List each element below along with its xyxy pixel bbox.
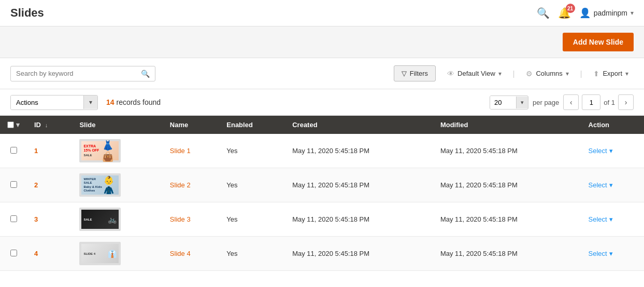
gear-icon: ⚙ (526, 70, 533, 78)
row-checkbox[interactable] (10, 250, 17, 256)
row-created: May 11, 2020 5:45:18 PM (285, 134, 433, 168)
row-checkbox-cell (0, 168, 27, 202)
row-action: Select ▾ (581, 168, 644, 202)
export-icon: ⬆ (593, 70, 599, 78)
action-select-link[interactable]: Select ▾ (589, 250, 637, 257)
prev-page-button[interactable]: ‹ (563, 94, 579, 110)
export-label: Export (603, 70, 622, 77)
slide-thumbnail: EXTRA 15% OFFSALE 👗👜 (79, 139, 121, 162)
table-header-row: ▾ ID ↓ Slide Name Enabled Created Modifi… (0, 116, 644, 134)
records-count: 14 records found (106, 98, 161, 106)
slide-name-link[interactable]: Slide 2 (170, 181, 191, 189)
per-page-dropdown-button[interactable]: ▾ (516, 97, 528, 108)
slide-name-link[interactable]: Slide 4 (170, 250, 191, 257)
export-button[interactable]: ⬆ Export ▾ (588, 66, 634, 81)
row-enabled: Yes (219, 202, 285, 237)
per-page-select-wrap: 20 ▾ (490, 95, 528, 110)
action-select-link[interactable]: Select ▾ (589, 215, 637, 223)
chevron-down-icon: ▾ (625, 70, 628, 77)
slides-table: ▾ ID ↓ Slide Name Enabled Created Modifi… (0, 116, 644, 271)
sort-icon: ↓ (45, 122, 48, 128)
funnel-icon: ▽ (402, 70, 407, 77)
row-modified: May 11, 2020 5:45:18 PM (433, 202, 581, 237)
row-name: Slide 2 (163, 168, 219, 202)
select-all-checkbox[interactable] (7, 121, 14, 128)
row-created: May 11, 2020 5:45:18 PM (285, 237, 433, 271)
row-created: May 11, 2020 5:45:18 PM (285, 202, 433, 237)
slide-thumbnail: WINTER SALEBaby & Kids Clothes 👶🧥 (79, 173, 121, 197)
default-view-button[interactable]: 👁 Default View ▾ (442, 66, 507, 81)
table-row: 1 EXTRA 15% OFFSALE 👗👜 Slide 1 Yes May 1… (0, 134, 644, 168)
actions-select[interactable]: Actions (11, 95, 83, 110)
columns-label: Columns (536, 70, 562, 77)
actions-dropdown-button[interactable]: ▾ (83, 95, 97, 109)
row-checkbox[interactable] (10, 181, 17, 188)
slide-thumbnail: SLIDE 4 👔 (79, 242, 121, 265)
separator: | (580, 70, 582, 78)
default-view-label: Default View (457, 70, 495, 77)
th-action: Action (581, 116, 644, 134)
th-enabled: Enabled (219, 116, 285, 134)
chevron-down-icon: ▾ (566, 70, 569, 77)
page-title: Slides (10, 6, 44, 20)
action-select-link[interactable]: Select ▾ (589, 147, 637, 155)
th-name: Name (163, 116, 219, 134)
row-id: 4 (27, 237, 72, 271)
per-page-label: per page (533, 99, 559, 106)
id-link[interactable]: 3 (34, 215, 38, 223)
header-actions: 🔍 🔔 21 👤 padminpm ▾ (537, 7, 634, 19)
page-navigation: ‹ of 1 › (563, 94, 634, 110)
slide-name-link[interactable]: Slide 3 (170, 215, 191, 223)
chevron-down-icon: ▾ (609, 250, 613, 257)
row-slide-thumb: SALE 🚲 (72, 202, 162, 237)
th-modified: Modified (433, 116, 581, 134)
row-modified: May 11, 2020 5:45:18 PM (433, 134, 581, 168)
records-found-label: records found (116, 98, 161, 106)
row-slide-thumb: EXTRA 15% OFFSALE 👗👜 (72, 134, 162, 168)
count-number: 14 (106, 98, 115, 106)
id-link[interactable]: 1 (34, 147, 38, 155)
search-icon: 🔍 (141, 70, 150, 78)
th-id[interactable]: ID ↓ (27, 116, 72, 134)
row-action: Select ▾ (581, 134, 644, 168)
add-new-slide-button[interactable]: Add New Slide (563, 33, 634, 51)
row-name: Slide 4 (163, 237, 219, 271)
id-link[interactable]: 2 (34, 181, 38, 189)
user-icon: 👤 (579, 7, 591, 19)
id-link[interactable]: 4 (34, 250, 38, 257)
notification-badge: 21 (566, 4, 575, 13)
row-id: 3 (27, 202, 72, 237)
th-slide: Slide (72, 116, 162, 134)
row-name: Slide 1 (163, 134, 219, 168)
row-action: Select ▾ (581, 202, 644, 237)
slide-name-link[interactable]: Slide 1 (170, 147, 191, 155)
search-input[interactable] (16, 70, 141, 77)
chevron-down-icon[interactable]: ▾ (16, 121, 20, 129)
table-row: 2 WINTER SALEBaby & Kids Clothes 👶🧥 Slid… (0, 168, 644, 202)
filter-bar: 🔍 ▽ Filters 👁 Default View ▾ | ⚙ Columns… (0, 58, 644, 89)
columns-button[interactable]: ⚙ Columns ▾ (521, 66, 574, 81)
filters-button[interactable]: ▽ Filters (394, 65, 436, 81)
row-checkbox-cell (0, 237, 27, 271)
page-input[interactable] (582, 94, 600, 110)
notification-bell[interactable]: 🔔 21 (558, 7, 571, 19)
user-name: padminpm (594, 9, 627, 17)
row-id: 1 (27, 134, 72, 168)
chevron-down-icon: ▾ (631, 9, 634, 17)
action-select-link[interactable]: Select ▾ (589, 181, 637, 189)
row-checkbox[interactable] (10, 147, 17, 154)
chevron-down-icon: ▾ (609, 181, 613, 189)
search-icon[interactable]: 🔍 (537, 7, 550, 19)
row-enabled: Yes (219, 237, 285, 271)
filters-label: Filters (410, 70, 428, 77)
per-page-select[interactable]: 20 (490, 96, 516, 109)
user-menu[interactable]: 👤 padminpm ▾ (579, 7, 634, 19)
next-page-button[interactable]: › (618, 94, 634, 110)
chevron-down-icon: ▾ (609, 147, 613, 155)
eye-icon: 👁 (447, 70, 454, 78)
row-checkbox-cell (0, 202, 27, 237)
separator: | (513, 70, 515, 78)
row-checkbox[interactable] (10, 215, 17, 222)
th-checkbox: ▾ (0, 116, 27, 134)
row-name: Slide 3 (163, 202, 219, 237)
